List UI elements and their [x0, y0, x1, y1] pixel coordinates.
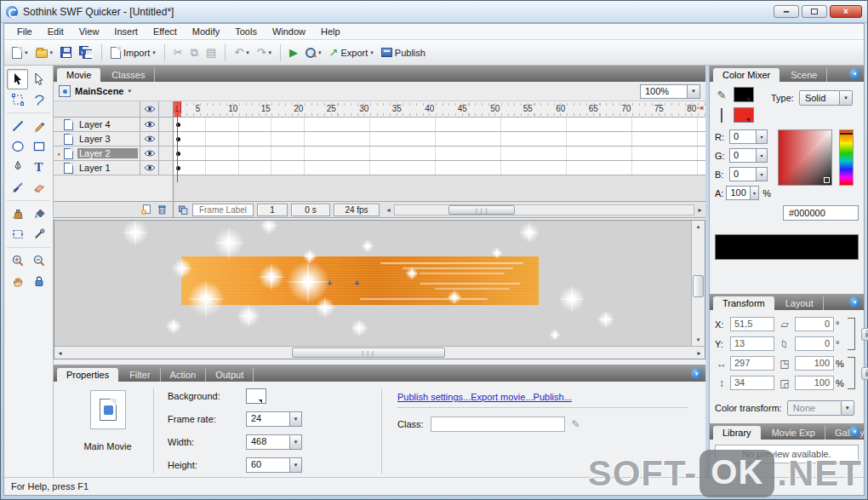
menu-effect[interactable]: Effect [146, 25, 185, 38]
layer-frames-row[interactable] [174, 118, 705, 132]
menu-window[interactable]: Window [265, 25, 313, 38]
menu-view[interactable]: View [71, 25, 107, 38]
redo-button[interactable]: ↷▾ [254, 45, 274, 60]
fill-color-swatch[interactable] [734, 107, 754, 123]
channel-spinner-icon[interactable]: ▾ [757, 167, 768, 181]
menu-edit[interactable]: Edit [40, 25, 71, 38]
ruler-frame-35[interactable]: 35 [392, 104, 402, 113]
transform-height-input[interactable]: 34 [730, 376, 774, 390]
zoom-in-tool[interactable] [7, 250, 28, 271]
layer-name[interactable]: Layer 1 [77, 163, 140, 173]
menu-insert[interactable]: Insert [106, 25, 146, 38]
hue-slider[interactable] [839, 129, 854, 186]
scale-y-input[interactable]: 100 [795, 376, 834, 390]
delete-layer-icon[interactable] [157, 204, 168, 216]
text-tool[interactable]: T [28, 157, 49, 177]
stage-horizontal-scrollbar[interactable]: ◂ | | | ▸ [54, 346, 705, 359]
import-button[interactable]: Import▾ [108, 45, 158, 60]
paint-bucket-tool[interactable] [28, 204, 49, 224]
channel-spinner-icon[interactable]: ▾ [751, 186, 759, 200]
edit-class-icon[interactable]: ✎ [572, 418, 580, 430]
lock-scale-button[interactable] [861, 367, 868, 380]
layer-row-layer-2[interactable]: ●Layer 2 [54, 147, 173, 161]
channel-value-input[interactable]: 0 [729, 148, 757, 163]
transform-width-input[interactable]: 297 [730, 356, 774, 371]
layer-frames-row[interactable] [174, 147, 705, 161]
ruler-frame-50[interactable]: 50 [490, 104, 500, 113]
stage-canvas[interactable]: + + [54, 221, 692, 346]
scene-dropdown-icon[interactable]: ▾ [128, 88, 131, 95]
ruler-frame-20[interactable]: 20 [294, 104, 303, 113]
ruler-frame-10[interactable]: 10 [228, 104, 237, 113]
stroke-color-swatch[interactable] [734, 87, 754, 102]
collapse-panel-icon[interactable]: ▾ [849, 296, 860, 307]
library-tab-gallery[interactable]: Gallery [825, 426, 868, 440]
eraser-tool[interactable] [28, 177, 49, 198]
layer-name[interactable]: Layer 4 [77, 119, 140, 129]
lock-skew-button[interactable] [861, 328, 868, 341]
free-transform-tool[interactable] [7, 89, 28, 110]
collapse-panel-icon[interactable]: ▾ [849, 426, 860, 437]
timeline-scroll-track[interactable]: | | | [394, 204, 694, 216]
properties-tab-action[interactable]: Action [161, 368, 207, 382]
open-button[interactable]: ▾ [33, 45, 56, 60]
scene-selector[interactable]: MainScene [75, 86, 123, 96]
class-input[interactable] [431, 417, 565, 432]
scroll-right-icon[interactable]: ▸ [694, 347, 705, 359]
ruler-frame-5[interactable]: 5 [196, 104, 201, 113]
timeline-tab-classes[interactable]: Classes [102, 68, 155, 82]
oval-tool[interactable] [7, 136, 28, 157]
channel-value-input[interactable]: 0 [729, 167, 757, 181]
ruler-frame-45[interactable]: 45 [458, 104, 467, 113]
menu-help[interactable]: Help [313, 25, 348, 38]
layer-lock-toggle[interactable] [158, 132, 173, 146]
zoom-level-combo[interactable]: 100% ▾ [640, 84, 700, 99]
hand-tool[interactable] [7, 271, 28, 291]
stage-hscroll-track[interactable]: | | | [66, 348, 694, 359]
fill-type-select[interactable]: Solid ▾ [799, 90, 853, 106]
visibility-column-header[interactable] [140, 101, 158, 117]
transform-tab-transform[interactable]: Transform [713, 296, 774, 310]
ruler-frame-70[interactable]: 70 [621, 104, 631, 113]
properties-tab-filter[interactable]: Filter [120, 368, 160, 382]
zoom-dropdown-icon[interactable]: ▾ [688, 84, 700, 99]
ink-bottle-tool[interactable] [7, 204, 28, 224]
copy-button[interactable]: ⧉ [188, 45, 201, 60]
undo-button[interactable]: ↶▾ [231, 45, 251, 60]
pen-tool[interactable] [7, 157, 28, 177]
channel-value-input[interactable]: 100 [726, 186, 750, 200]
ruler-frame-60[interactable]: 60 [556, 104, 565, 113]
layer-visibility-toggle[interactable] [140, 118, 158, 131]
stage-vscroll-thumb[interactable] [693, 275, 704, 297]
layer-lock-toggle[interactable] [158, 147, 173, 160]
library-tab-movie-exp[interactable]: Movie Exp [762, 426, 825, 440]
link-publish-settings[interactable]: Publish settings... [397, 392, 471, 402]
scroll-down-icon[interactable]: ▾ [692, 334, 705, 346]
layer-visibility-toggle[interactable] [140, 161, 158, 175]
subselection-tool[interactable] [28, 69, 49, 89]
color-transform-select[interactable]: None ▾ [787, 400, 854, 416]
layer-name[interactable]: Layer 2 [77, 148, 138, 158]
rectangle-tool[interactable] [28, 136, 49, 157]
play-movie-button[interactable]: ▶ [287, 45, 300, 60]
color-mixer-tab-scene[interactable]: Scene [781, 68, 827, 82]
layer-row-layer-4[interactable]: Layer 4 [54, 118, 173, 132]
layer-frames-row[interactable] [174, 132, 705, 147]
height-input[interactable]: 60 [246, 457, 290, 473]
link-export-movie[interactable]: Export movie... [471, 392, 533, 402]
stage-vertical-scrollbar[interactable]: ▴ ▾ [692, 221, 705, 346]
line-tool[interactable] [7, 116, 28, 136]
stage-vscroll-track[interactable] [692, 233, 705, 334]
hex-color-input[interactable]: #000000 [783, 205, 859, 221]
layer-lock-toggle[interactable] [158, 161, 173, 175]
skew-x-input[interactable]: 0 [795, 317, 834, 331]
link-publish[interactable]: Publish... [534, 392, 572, 402]
x-input[interactable]: 51,5 [730, 317, 774, 331]
properties-tab-properties[interactable]: Properties [57, 368, 118, 382]
menu-tools[interactable]: Tools [227, 25, 265, 38]
layer-visibility-toggle[interactable] [140, 147, 158, 160]
menu-modify[interactable]: Modify [185, 25, 227, 38]
properties-tab-output[interactable]: Output [206, 368, 254, 382]
transform-tab-layout[interactable]: Layout [776, 296, 824, 310]
paste-button[interactable]: ▤ [203, 45, 219, 60]
